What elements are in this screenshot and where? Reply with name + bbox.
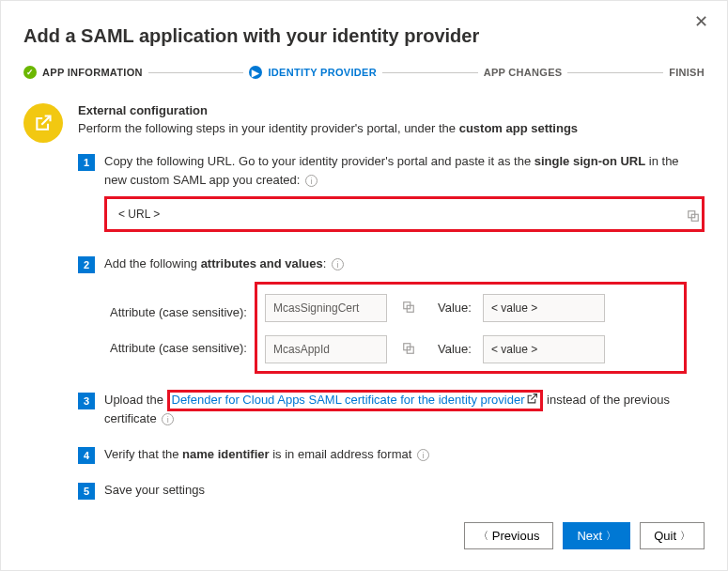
info-icon[interactable]: i: [162, 413, 174, 425]
close-button[interactable]: ✕: [689, 10, 714, 33]
page-title: Add a SAML application with your identit…: [23, 25, 705, 47]
instruction-text: is in email address format: [270, 447, 412, 461]
step-number-badge: 1: [78, 154, 95, 171]
step-number-badge: 3: [78, 393, 95, 409]
dialog-footer: 〈 Previous Next 〉 Quit 〉: [23, 522, 705, 549]
chevron-left-icon: 〈: [478, 529, 488, 543]
info-icon[interactable]: i: [417, 449, 429, 461]
chevron-right-icon: 〉: [680, 529, 690, 543]
attribute-name-field[interactable]: McasSigningCert: [265, 294, 387, 322]
attribute-row: Attribute (case sensitive): McasAppId Va…: [265, 335, 676, 363]
sso-url-field[interactable]: [116, 207, 692, 222]
instruction-text: Verify that the: [104, 447, 182, 461]
previous-button[interactable]: 〈 Previous: [464, 522, 554, 549]
value-label: Value:: [438, 299, 472, 317]
instruction-3: 3 Upload the Defender for Cloud Apps SAM…: [78, 391, 705, 428]
step-divider: [567, 72, 663, 73]
step-label: FINISH: [669, 67, 705, 78]
step-app-changes[interactable]: APP CHANGES: [484, 67, 563, 78]
instruction-1: 1 Copy the following URL. Go to your ide…: [78, 152, 705, 251]
step-app-information[interactable]: ✓ APP INFORMATION: [23, 66, 143, 79]
step-divider: [382, 72, 478, 73]
attribute-label: Attribute (case sensitive):: [110, 303, 260, 322]
instruction-text: Upload the: [104, 393, 167, 407]
value-label: Value:: [438, 340, 472, 359]
attributes-highlight: Attribute (case sensitive): McasSigningC…: [255, 282, 687, 374]
url-field-highlight: [104, 196, 705, 232]
attribute-value-field[interactable]: < value >: [483, 294, 605, 322]
attribute-name-field[interactable]: McasAppId: [265, 335, 387, 363]
step-identity-provider[interactable]: ▶ IDENTITY PROVIDER: [249, 66, 377, 79]
instruction-5: 5 Save your settings: [78, 481, 705, 500]
copy-icon[interactable]: [402, 301, 417, 316]
attribute-value-field[interactable]: < value >: [483, 335, 605, 363]
quit-button[interactable]: Quit 〉: [640, 522, 705, 549]
external-link-icon: [23, 103, 63, 143]
step-number-badge: 4: [78, 447, 95, 464]
play-icon: ▶: [249, 66, 262, 79]
section-title: External configuration: [78, 103, 705, 117]
step-label: IDENTITY PROVIDER: [268, 67, 377, 78]
attribute-label: Attribute (case sensitive):: [110, 339, 260, 358]
check-icon: ✓: [23, 66, 37, 79]
external-config-section: External configuration Perform the follo…: [23, 103, 705, 152]
info-icon[interactable]: i: [305, 175, 318, 187]
instruction-text: Add the following attributes and values:…: [104, 256, 344, 270]
instruction-text: Save your settings: [104, 483, 205, 497]
step-label: APP INFORMATION: [42, 67, 143, 78]
wizard-stepper: ✓ APP INFORMATION ▶ IDENTITY PROVIDER AP…: [23, 66, 705, 79]
step-divider: [148, 72, 244, 73]
section-description: Perform the following steps in your iden…: [78, 121, 705, 135]
attribute-row: Attribute (case sensitive): McasSigningC…: [265, 294, 676, 322]
instruction-4: 4 Verify that the name identifier is in …: [78, 445, 705, 464]
certificate-link-highlight: Defender for Cloud Apps SAML certificate…: [167, 390, 544, 411]
step-finish[interactable]: FINISH: [669, 67, 705, 78]
copy-icon[interactable]: [402, 342, 417, 357]
next-button[interactable]: Next 〉: [563, 522, 630, 549]
chevron-right-icon: 〉: [606, 529, 616, 543]
certificate-download-link[interactable]: Defender for Cloud Apps SAML certificate…: [172, 393, 539, 407]
step-number-badge: 5: [78, 483, 95, 500]
info-icon[interactable]: i: [332, 258, 344, 270]
instruction-text: Copy the following URL. Go to your ident…: [104, 154, 679, 187]
instruction-2: 2 Add the following attributes and value…: [78, 255, 705, 375]
close-icon: ✕: [694, 12, 708, 31]
copy-icon[interactable]: [687, 211, 700, 225]
step-number-badge: 2: [78, 256, 95, 273]
step-label: APP CHANGES: [484, 67, 563, 78]
external-link-icon: [526, 392, 538, 410]
